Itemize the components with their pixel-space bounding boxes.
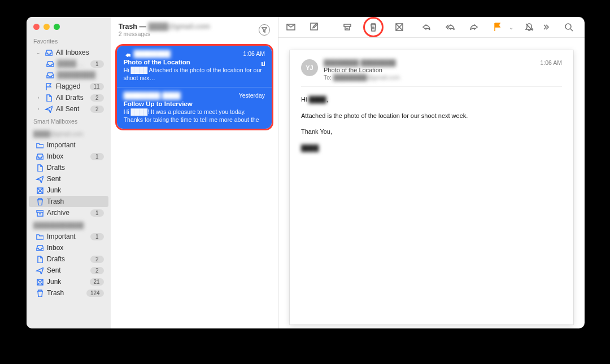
sender-name: ████████ ████ xyxy=(124,92,236,99)
close-window-button[interactable] xyxy=(33,24,40,30)
sidebar-item-sent[interactable]: Sent xyxy=(29,173,108,185)
get-mail-button[interactable] xyxy=(283,19,299,35)
message-preview: Hi ████ Attached is the photo of the loc… xyxy=(124,67,265,81)
count-badge: 2 xyxy=(90,94,104,102)
zoom-window-button[interactable] xyxy=(54,24,60,30)
minimize-window-button[interactable] xyxy=(43,24,50,30)
sidebar-item-label: ████████ xyxy=(57,71,104,79)
sidebar-item-label: Archive xyxy=(47,209,87,217)
message-list-header: Trash — ████@gmail.com 2 messages xyxy=(111,17,278,41)
sidebar-item-drafts[interactable]: Drafts xyxy=(29,162,108,173)
sent-icon xyxy=(36,266,43,274)
smart-mailboxes-heading: Smart Mailboxes xyxy=(27,115,111,127)
sidebar-item-archive[interactable]: Archive1 xyxy=(29,207,108,218)
trash-icon xyxy=(36,198,43,205)
sidebar-item-label: Flagged xyxy=(56,82,86,90)
toolbar: ⌄ xyxy=(278,17,585,38)
count-badge: 2 xyxy=(90,267,104,274)
sidebar-item-inbox[interactable]: Inbox xyxy=(29,242,108,253)
sidebar-item-account2-inbox[interactable]: ████████ xyxy=(29,69,108,81)
favorites-heading: Favorites xyxy=(27,34,111,47)
delete-button[interactable] xyxy=(363,17,384,37)
mute-button[interactable] xyxy=(521,19,537,35)
search-button[interactable] xyxy=(561,19,577,35)
folder-icon xyxy=(36,141,43,149)
sidebar-item-junk[interactable]: Junk21 xyxy=(29,276,108,287)
from-name: ████████ ████████ xyxy=(324,59,534,66)
count-badge: 1 xyxy=(90,209,104,217)
more-toolbar-button[interactable] xyxy=(537,19,553,35)
sidebar-item-label: Junk xyxy=(47,278,86,286)
attachment-icon xyxy=(259,60,265,66)
reply-button[interactable] xyxy=(419,19,434,35)
sidebar-item-label: Important xyxy=(47,233,87,240)
sidebar-item-inbox[interactable]: Inbox1 xyxy=(29,151,108,162)
sidebar-item-label: Important xyxy=(47,141,104,149)
count-badge: 1 xyxy=(90,153,104,160)
doc-icon xyxy=(36,255,43,263)
reading-pane: ⌄ YJ ████████ ████████ Photo of the Loca… xyxy=(278,17,585,328)
archive-icon xyxy=(36,209,43,217)
reply-all-button[interactable] xyxy=(442,19,458,35)
count-badge: 21 xyxy=(90,278,104,286)
count-badge: 11 xyxy=(90,83,104,90)
message-row[interactable]: ████████ 1:06 AM Photo of the Location H… xyxy=(117,46,272,87)
sidebar-item-trash[interactable]: Trash124 xyxy=(29,287,108,299)
sidebar-item-important[interactable]: Important1 xyxy=(29,231,108,242)
chevron-right-icon: › xyxy=(36,95,41,100)
account1-heading: ████@gmail.com xyxy=(27,127,111,139)
sender-avatar: YJ xyxy=(301,59,318,76)
inbox-icon xyxy=(36,244,43,252)
junk-icon xyxy=(36,278,43,286)
count-badge: 1 xyxy=(90,233,104,240)
inbox-icon xyxy=(46,71,54,79)
message-preview: Hi ████! It was a pleasure to meet you t… xyxy=(124,108,265,123)
sidebar-item-sent[interactable]: Sent2 xyxy=(29,265,108,276)
sent-icon xyxy=(36,175,43,183)
sidebar-item-flagged[interactable]: Flagged 11 xyxy=(29,81,108,92)
message-header: YJ ████████ ████████ Photo of the Locati… xyxy=(301,59,562,87)
sidebar-item-label: Junk xyxy=(47,186,104,194)
message-row[interactable]: ████████ ████ Yesterday Follow Up to Int… xyxy=(117,87,272,129)
message-list-pane: Trash — ████@gmail.com 2 messages ██████… xyxy=(111,17,278,328)
sidebar-item-important[interactable]: Important xyxy=(29,139,108,151)
count-badge: 2 xyxy=(90,256,104,263)
flag-icon xyxy=(45,82,53,90)
sidebar-item-account1-inbox[interactable]: ████@g… 1 xyxy=(29,58,108,69)
sidebar-item-all-inboxes[interactable]: ⌄ All Inboxes xyxy=(29,47,108,58)
to-line: To: ████████@gmail.com xyxy=(324,74,534,81)
sidebar-item-trash[interactable]: Trash xyxy=(29,196,108,207)
junk-button[interactable] xyxy=(391,19,407,35)
replied-icon xyxy=(124,50,130,57)
trash-icon xyxy=(36,289,43,297)
inbox-icon xyxy=(36,152,43,160)
filter-button[interactable] xyxy=(259,24,270,36)
sidebar-item-label: All Sent xyxy=(56,105,87,113)
sidebar: Favorites ⌄ All Inboxes ████@g… 1 ██████… xyxy=(27,17,111,328)
window-controls xyxy=(27,17,111,34)
junk-icon xyxy=(36,186,43,194)
message-time: Yesterday xyxy=(239,92,265,99)
sidebar-item-all-sent[interactable]: › All Sent 2 xyxy=(29,103,108,115)
sender-name: ████████ xyxy=(134,50,240,57)
sidebar-item-all-drafts[interactable]: › All Drafts 2 xyxy=(29,92,108,103)
sent-icon xyxy=(45,105,53,113)
sidebar-item-label: Drafts xyxy=(47,164,104,172)
message-body: Hi ████, Attached is the photo of the lo… xyxy=(301,95,562,153)
received-time: 1:06 AM xyxy=(540,59,562,81)
flag-button[interactable] xyxy=(490,19,506,35)
message-subject: Follow Up to Interview xyxy=(124,100,265,107)
selected-messages-highlight: ████████ 1:06 AM Photo of the Location H… xyxy=(115,44,273,130)
flag-menu-chevron-icon[interactable]: ⌄ xyxy=(509,24,513,30)
sidebar-item-label: Trash xyxy=(47,198,104,205)
forward-button[interactable] xyxy=(466,19,482,35)
sidebar-item-label: Drafts xyxy=(47,255,87,263)
doc-icon xyxy=(45,94,53,102)
sidebar-item-label: Inbox xyxy=(47,152,87,160)
sidebar-item-junk[interactable]: Junk xyxy=(29,185,108,196)
compose-button[interactable] xyxy=(307,19,323,35)
archive-button[interactable] xyxy=(339,19,355,35)
chevron-right-icon: › xyxy=(36,106,41,112)
unread-badge: 1 xyxy=(90,60,104,68)
sidebar-item-drafts[interactable]: Drafts2 xyxy=(29,253,108,265)
